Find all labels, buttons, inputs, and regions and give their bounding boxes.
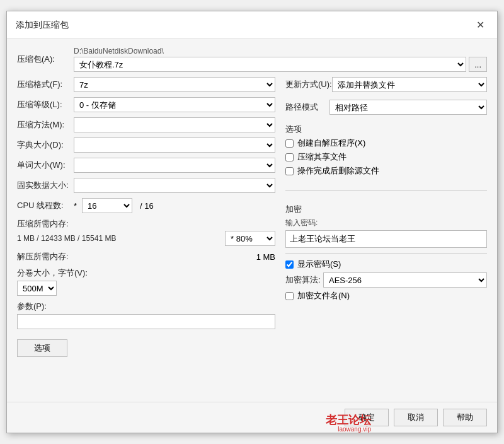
archive-path-line1: D:\BaiduNetdiskDownload\ bbox=[74, 47, 487, 56]
word-row: 单词大小(W): bbox=[17, 158, 275, 173]
options-btn-row: 选项 bbox=[17, 334, 275, 357]
encrypt-title: 加密 bbox=[285, 204, 487, 215]
level-row: 压缩等级(L): 0 - 仅存储 1 - 最快压缩 5 - 标准压缩 9 - 极… bbox=[17, 97, 275, 112]
memory-compress-section: 压缩所需内存: 1 MB / 12433 MB / 15541 MB * 80%… bbox=[17, 218, 275, 246]
method-row: 压缩方法(M): bbox=[17, 117, 275, 132]
memory-compress-label: 压缩所需内存: bbox=[17, 218, 74, 230]
cpu-suffix: / 16 bbox=[140, 201, 154, 211]
word-select[interactable] bbox=[74, 158, 275, 173]
password-display: 上老王论坛当老王 bbox=[285, 230, 487, 248]
memory-compress-row: 压缩所需内存: bbox=[17, 218, 275, 230]
path-row: 路径模式 相对路径 完整路径 不存储路径 bbox=[285, 100, 487, 115]
footer: 确定 取消 老王论坛 laowang.vip 帮助 bbox=[7, 402, 497, 433]
archive-select-row: 女仆教程.7z ... bbox=[74, 57, 487, 72]
update-label: 更新方式(U): bbox=[285, 79, 332, 90]
word-label: 单词大小(W): bbox=[17, 160, 74, 171]
format-label: 压缩格式(F): bbox=[17, 79, 74, 90]
solid-label: 固实数据大小: bbox=[17, 180, 74, 191]
volume-select[interactable]: 500M 100M 700M 1G 2G 4G bbox=[17, 281, 57, 296]
dialog-title: 添加到压缩包 bbox=[16, 20, 69, 31]
memory-compress-info: 1 MB / 12433 MB / 15541 MB bbox=[17, 234, 221, 243]
encrypt-filename-row: 加密文件名(N) bbox=[285, 290, 487, 301]
opt-shared-checkbox[interactable] bbox=[285, 153, 294, 161]
browse-button[interactable]: ... bbox=[469, 57, 487, 72]
encrypt-filename-checkbox[interactable] bbox=[285, 292, 294, 300]
dialog: 添加到压缩包 ✕ 压缩包(A): D:\BaiduNetdiskDownload… bbox=[6, 11, 498, 433]
cpu-label: CPU 线程数: bbox=[17, 200, 74, 211]
divider2 bbox=[285, 253, 487, 254]
path-select[interactable]: 相对路径 完整路径 不存储路径 bbox=[329, 100, 487, 115]
opt-shared-row: 压缩其享文件 bbox=[285, 151, 487, 163]
cancel-button[interactable]: 取消 bbox=[394, 409, 438, 426]
left-panel: 压缩格式(F): 7z zip tar 压缩等级(L): 0 - 仅存储 1 -… bbox=[17, 77, 275, 394]
path-label: 路径模式 bbox=[285, 102, 329, 113]
opt-delete-label[interactable]: 操作完成后删除源文件 bbox=[297, 165, 379, 177]
show-password-checkbox[interactable] bbox=[285, 260, 294, 269]
show-password-row: 显示密码(S) bbox=[285, 259, 487, 270]
opt-sfx-checkbox[interactable] bbox=[285, 139, 294, 148]
memory-decompress-row: 解压所需内存: 1 MB bbox=[17, 251, 275, 262]
options-button[interactable]: 选项 bbox=[17, 339, 67, 357]
algo-row: 加密算法: AES-256 bbox=[285, 272, 487, 288]
help-button[interactable]: 帮助 bbox=[443, 409, 487, 426]
opt-shared-label[interactable]: 压缩其享文件 bbox=[297, 151, 346, 163]
format-row: 压缩格式(F): 7z zip tar bbox=[17, 77, 275, 92]
archive-label: 压缩包(A): bbox=[17, 54, 74, 65]
solid-row: 固实数据大小: bbox=[17, 178, 275, 193]
opt-delete-row: 操作完成后删除源文件 bbox=[285, 165, 487, 177]
cpu-select[interactable]: 16 8 4 2 1 bbox=[82, 198, 132, 213]
right-panel: 更新方式(U): 添加并替换文件 添加并更新文件 刷新现有文件 同步压缩包内容 … bbox=[285, 77, 487, 394]
password-label: 输入密码: bbox=[285, 218, 487, 228]
memory-decompress-label: 解压所需内存: bbox=[17, 251, 74, 262]
encrypt-section: 加密 输入密码: 上老王论坛当老王 显示密码(S) 加密算法: AES-256 bbox=[285, 204, 487, 304]
update-row: 更新方式(U): 添加并替换文件 添加并更新文件 刷新现有文件 同步压缩包内容 bbox=[285, 77, 487, 92]
brand-area: 老王论坛 laowang.vip bbox=[326, 414, 371, 433]
level-label: 压缩等级(L): bbox=[17, 99, 74, 110]
content-area: 压缩包(A): D:\BaiduNetdiskDownload\ 女仆教程.7z… bbox=[7, 39, 497, 402]
archive-row: 压缩包(A): D:\BaiduNetdiskDownload\ 女仆教程.7z… bbox=[17, 47, 487, 72]
cpu-prefix: * bbox=[74, 201, 77, 211]
options-section: 选项 创建自解压程序(X) 压缩其享文件 操作完成后删除源文件 bbox=[285, 122, 487, 179]
volume-section: 分卷大小，字节(V): 500M 100M 700M 1G 2G 4G bbox=[17, 267, 275, 296]
show-password-label[interactable]: 显示密码(S) bbox=[297, 259, 341, 270]
opt-sfx-label[interactable]: 创建自解压程序(X) bbox=[297, 137, 365, 149]
params-section: 参数(P): bbox=[17, 301, 275, 329]
memory-compress-detail: 1 MB / 12433 MB / 15541 MB * 80% 10% 25%… bbox=[17, 231, 275, 246]
brand-sub: laowang.vip bbox=[338, 426, 371, 433]
archive-select[interactable]: 女仆教程.7z bbox=[74, 57, 466, 72]
memory-percent-select[interactable]: * 80% 10% 25% 50% 75% 100% bbox=[225, 231, 275, 246]
opt-sfx-row: 创建自解压程序(X) bbox=[285, 137, 487, 149]
params-input[interactable] bbox=[17, 314, 275, 329]
brand-main: 老王论坛 bbox=[326, 414, 371, 426]
opt-delete-checkbox[interactable] bbox=[285, 167, 294, 175]
algo-label: 加密算法: bbox=[285, 274, 323, 286]
method-label: 压缩方法(M): bbox=[17, 119, 74, 131]
archive-inputs: D:\BaiduNetdiskDownload\ 女仆教程.7z ... bbox=[74, 47, 487, 72]
update-select[interactable]: 添加并替换文件 添加并更新文件 刷新现有文件 同步压缩包内容 bbox=[332, 77, 487, 92]
volume-label: 分卷大小，字节(V): bbox=[17, 267, 275, 279]
algo-select[interactable]: AES-256 bbox=[323, 272, 487, 288]
main-body: 压缩格式(F): 7z zip tar 压缩等级(L): 0 - 仅存储 1 -… bbox=[17, 77, 487, 394]
params-label: 参数(P): bbox=[17, 301, 275, 312]
format-select[interactable]: 7z zip tar bbox=[74, 77, 275, 92]
solid-select[interactable] bbox=[74, 178, 275, 193]
method-select[interactable] bbox=[74, 117, 275, 132]
dict-label: 字典大小(D): bbox=[17, 139, 74, 151]
title-bar: 添加到压缩包 ✕ bbox=[7, 11, 497, 39]
close-button[interactable]: ✕ bbox=[472, 18, 488, 32]
cpu-row: CPU 线程数: * 16 8 4 2 1 / 16 bbox=[17, 198, 275, 213]
encrypt-filename-label[interactable]: 加密文件名(N) bbox=[297, 290, 350, 301]
level-select[interactable]: 0 - 仅存储 1 - 最快压缩 5 - 标准压缩 9 - 极限压缩 bbox=[74, 97, 275, 112]
dict-select[interactable] bbox=[74, 137, 275, 153]
dict-row: 字典大小(D): bbox=[17, 137, 275, 153]
memory-decompress-info: 1 MB bbox=[256, 252, 275, 262]
options-title: 选项 bbox=[285, 124, 487, 135]
divider bbox=[285, 190, 487, 191]
